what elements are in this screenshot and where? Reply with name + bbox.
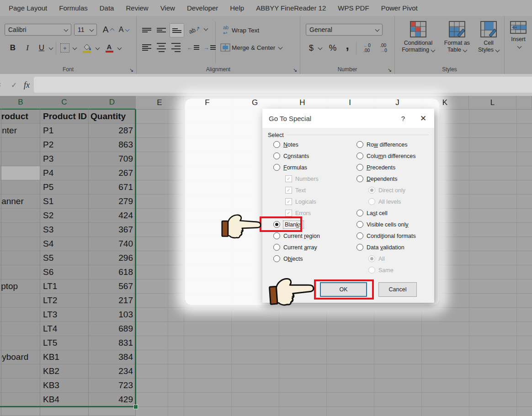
radio-constants[interactable]: Constants	[273, 150, 354, 162]
radio-icon[interactable]	[356, 244, 363, 251]
cell-product[interactable]	[1, 138, 40, 152]
cell-product[interactable]: Laptop	[1, 279, 40, 294]
fill-color-menu-button[interactable]	[93, 44, 100, 52]
merge-center-button[interactable]: Merge & Center	[232, 42, 282, 53]
font-dialog-launcher[interactable]: ↘	[129, 68, 133, 73]
percent-format-button[interactable]: %	[327, 42, 339, 54]
cell-product-id[interactable]: LT1	[40, 279, 89, 294]
enter-icon[interactable]: ✓	[11, 74, 17, 96]
radio-dependents[interactable]: Dependents	[356, 173, 434, 184]
radio-icon[interactable]	[356, 164, 363, 171]
cell-product-id[interactable]: P2	[40, 138, 89, 152]
radio-icon[interactable]	[356, 175, 363, 182]
cell-quantity[interactable]: 234	[89, 364, 136, 379]
cancel-icon[interactable]: ×	[0, 74, 1, 96]
number-dialog-launcher[interactable]: ↘	[388, 68, 392, 73]
cell-quantity[interactable]: 296	[89, 251, 136, 265]
dialog-title-bar[interactable]: Go To Special ? ✕	[262, 109, 434, 128]
increase-indent-button[interactable]: →	[202, 42, 216, 53]
menu-item-data[interactable]: Data	[94, 4, 120, 12]
menu-item-page-layout[interactable]: Page Layout	[3, 4, 53, 12]
cell-product[interactable]: Printer	[1, 124, 40, 138]
increase-decimal-button[interactable]: ←0.00	[360, 42, 374, 54]
radio-icon[interactable]	[356, 210, 363, 216]
cell-product-id[interactable]: KB3	[40, 379, 89, 393]
font-name-select[interactable]: Calibri	[5, 24, 71, 36]
cell-product[interactable]	[1, 180, 40, 195]
cell-product-id[interactable]: KB2	[40, 364, 89, 379]
borders-menu-button[interactable]	[70, 44, 77, 52]
cell-product[interactable]	[1, 407, 40, 416]
alignment-dialog-launcher[interactable]: ↘	[293, 68, 297, 73]
column-header-stub[interactable]	[516, 96, 532, 110]
radio-icon[interactable]	[273, 255, 280, 262]
orientation-button[interactable]: ab↗	[188, 23, 202, 36]
fill-color-button[interactable]	[80, 42, 93, 54]
cell-quantity[interactable]: 217	[89, 294, 136, 308]
radio-last-cell[interactable]: Last cell	[356, 207, 434, 219]
font-color-button[interactable]: A	[103, 42, 115, 54]
cell-quantity[interactable]: 618	[89, 265, 136, 279]
cell-product-id[interactable]: LT2	[40, 294, 89, 308]
cell-product[interactable]: Product	[1, 110, 40, 124]
currency-menu-button[interactable]	[316, 44, 322, 52]
cell-product-id[interactable]: S6	[40, 265, 89, 279]
cell-quantity[interactable]: 267	[89, 166, 136, 180]
cell-quantity[interactable]: 367	[89, 223, 136, 237]
column-header-d[interactable]: D	[89, 96, 136, 110]
middle-align-button[interactable]	[155, 24, 168, 36]
cell-product-id[interactable]: S5	[40, 251, 89, 265]
radio-icon[interactable]	[273, 232, 280, 239]
bold-button[interactable]: B	[7, 42, 18, 54]
selection-fill-handle[interactable]	[133, 405, 138, 409]
cell-product[interactable]	[1, 209, 40, 223]
menu-item-power-pivot[interactable]: Power Pivot	[375, 4, 424, 12]
radio-notes[interactable]: Notes	[273, 139, 354, 150]
cell-quantity[interactable]: 671	[89, 180, 136, 195]
radio-icon[interactable]	[356, 153, 363, 159]
decrease-indent-button[interactable]: ←	[186, 42, 200, 53]
cell-quantity[interactable]: 740	[89, 237, 136, 251]
cell-quantity[interactable]: 863	[89, 138, 136, 152]
cell-quantity[interactable]: 831	[89, 336, 136, 350]
align-left-button[interactable]	[140, 42, 153, 53]
radio-current-array[interactable]: Current array	[273, 242, 354, 253]
fx-icon[interactable]: fx	[24, 74, 30, 96]
help-icon[interactable]: ?	[394, 115, 412, 122]
italic-button[interactable]: I	[22, 42, 33, 54]
cell-quantity[interactable]: Quantity	[89, 110, 136, 124]
orientation-menu-button[interactable]	[202, 25, 208, 32]
underline-button[interactable]: U	[36, 42, 48, 54]
cell-product-id[interactable]: P1	[40, 124, 89, 138]
radio-icon[interactable]	[356, 141, 363, 148]
cell-product[interactable]	[1, 251, 40, 265]
close-icon[interactable]: ✕	[412, 114, 434, 123]
radio-data-validation[interactable]: Data validation	[356, 242, 434, 253]
cell-quantity[interactable]: 424	[89, 209, 136, 223]
menu-item-abbyy-finereader-12[interactable]: ABBYY FineReader 12	[250, 4, 332, 12]
cell-quantity[interactable]: 103	[89, 308, 136, 322]
cell-quantity[interactable]: 384	[89, 350, 136, 364]
conditional-formatting-button[interactable]: Conditional Formatting	[398, 21, 439, 53]
radio-column-differences[interactable]: Column differences	[356, 150, 434, 162]
cell-quantity[interactable]: 689	[89, 322, 136, 336]
cell-product-id[interactable]: LT3	[40, 308, 89, 322]
radio-row-differences[interactable]: Row differences	[356, 139, 434, 150]
column-header-e[interactable]: E	[136, 96, 184, 110]
cell-styles-button[interactable]: Cell Styles	[475, 21, 502, 53]
column-header-b[interactable]: B	[1, 96, 40, 110]
cell-product-id[interactable]	[40, 407, 89, 416]
cell-product[interactable]	[1, 166, 40, 180]
cell-product[interactable]	[1, 294, 40, 308]
cell-product-id[interactable]: P3	[40, 152, 89, 166]
radio-icon[interactable]	[273, 164, 280, 171]
increase-font-size-button[interactable]: A	[101, 23, 115, 36]
cell-product-id[interactable]: P4	[40, 166, 89, 180]
radio-precedents[interactable]: Precedents	[356, 162, 434, 173]
cell-quantity[interactable]: 723	[89, 379, 136, 393]
menu-item-view[interactable]: View	[154, 4, 181, 12]
cell-product[interactable]	[1, 379, 40, 393]
align-right-button[interactable]	[170, 42, 182, 53]
comma-format-button[interactable]: ,	[343, 39, 351, 52]
cell-product-id[interactable]: S4	[40, 237, 89, 251]
